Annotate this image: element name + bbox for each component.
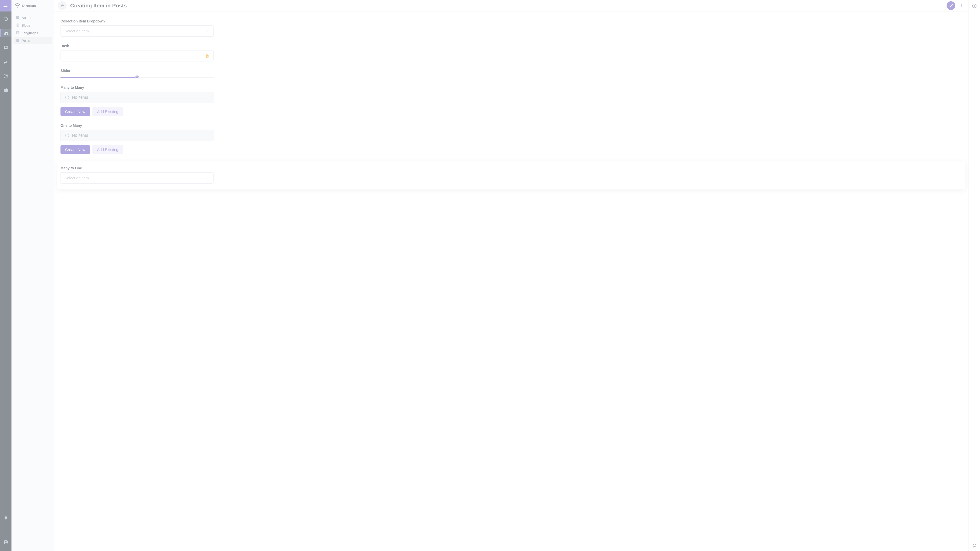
revisions-button[interactable] [969,540,980,551]
slider-thumb[interactable] [135,76,138,79]
arrow-left-icon [60,3,65,8]
collections-sidebar: Directus Author Blogs Languages Posts [11,0,54,551]
nav-users[interactable] [0,29,11,37]
account-icon [3,540,8,545]
nav-docs[interactable] [0,72,11,80]
dropdown-input[interactable]: Select an item... [60,25,213,37]
info-icon [972,3,977,8]
field-hash: Hash [60,44,213,62]
add-existing-button[interactable]: Add Existing [92,107,123,116]
svg-point-0 [961,4,962,5]
nav-account[interactable] [0,538,11,546]
m2o-input[interactable]: Select an item... [60,172,213,184]
field-label: Hash [60,44,213,48]
insights-icon [3,59,8,64]
field-slider: Slider [60,68,213,78]
help-icon [3,73,8,79]
brand-logo[interactable] [0,0,11,11]
chevron-down-icon [206,29,210,33]
chevron-down-icon[interactable] [206,176,210,180]
slider-fill [60,77,137,78]
add-existing-button[interactable]: Add Existing [92,145,123,154]
empty-state: No items [60,130,213,141]
brand-name: Directus [22,4,36,8]
divider [2,530,10,530]
save-button[interactable] [947,1,955,10]
database-icon [16,16,20,20]
topbar: Creating Item in Posts [54,0,969,11]
folder-icon [3,45,8,50]
empty-state: No items [60,92,213,103]
info-icon [65,133,69,138]
module-rail [0,0,11,551]
sidebar-header: Directus [11,0,54,11]
sidebar-item-label: Languages [22,31,38,35]
form-content: Collection Item Dropdown Select an item.… [54,11,969,551]
main-area: Creating Item in Posts Collection Item D… [54,0,969,551]
empty-text: No items [72,133,88,138]
info-icon [65,95,69,100]
wifi-icon [14,3,20,9]
slider-input[interactable] [60,76,213,78]
dropdown-placeholder: Select an item... [65,29,92,33]
nav-collections[interactable] [0,15,11,23]
field-many-to-one: Many to One Select an item... [60,166,213,184]
more-menu[interactable] [959,4,964,7]
plus-icon[interactable] [200,176,204,180]
field-label: Collection Item Dropdown [60,19,213,23]
database-icon [16,31,20,35]
sidebar-item-posts[interactable]: Posts [14,37,52,44]
field-label: One to Many [60,124,213,127]
check-icon [948,3,953,8]
svg-point-1 [961,5,962,6]
sidebar-item-author[interactable]: Author [14,14,52,21]
field-label: Many to Many [60,86,213,89]
sidebar-item-label: Blogs [22,24,30,27]
hash-input[interactable] [60,50,213,62]
create-new-button[interactable]: Create New [60,145,90,154]
info-button[interactable] [969,0,980,11]
dropdown-placeholder: Select an item... [65,176,92,180]
users-icon [3,30,9,36]
create-new-button[interactable]: Create New [60,107,90,116]
sidebar-item-label: Posts [22,39,30,43]
sidebar-item-label: Author [22,16,32,20]
nav-settings[interactable] [0,86,11,94]
revisions-icon [972,543,977,548]
svg-point-2 [961,6,962,7]
nav-files[interactable] [0,44,11,51]
highlighted-field-many-to-one: Many to One Select an item... [57,162,966,189]
nav-notifications[interactable] [0,514,11,522]
nav-insights[interactable] [0,58,11,65]
field-many-to-many: Many to Many No items Create New Add Exi… [60,86,213,116]
back-button[interactable] [58,1,67,10]
field-label: Many to One [60,166,213,170]
empty-text: No items [72,95,88,100]
field-collection-dropdown: Collection Item Dropdown Select an item.… [60,19,213,37]
database-icon [16,38,20,43]
field-label: Slider [60,68,213,73]
lock-open-icon [205,54,210,58]
bell-icon [3,515,8,520]
database-icon [16,23,20,27]
sidebar-item-languages[interactable]: Languages [14,29,52,37]
sidebar-item-blogs[interactable]: Blogs [14,22,52,29]
right-rail [969,0,980,551]
gear-icon [3,88,8,93]
field-one-to-many: One to Many No items Create New Add Exis… [60,124,213,154]
page-title: Creating Item in Posts [70,3,943,9]
box-icon [3,16,8,21]
kebab-icon [959,4,963,7]
